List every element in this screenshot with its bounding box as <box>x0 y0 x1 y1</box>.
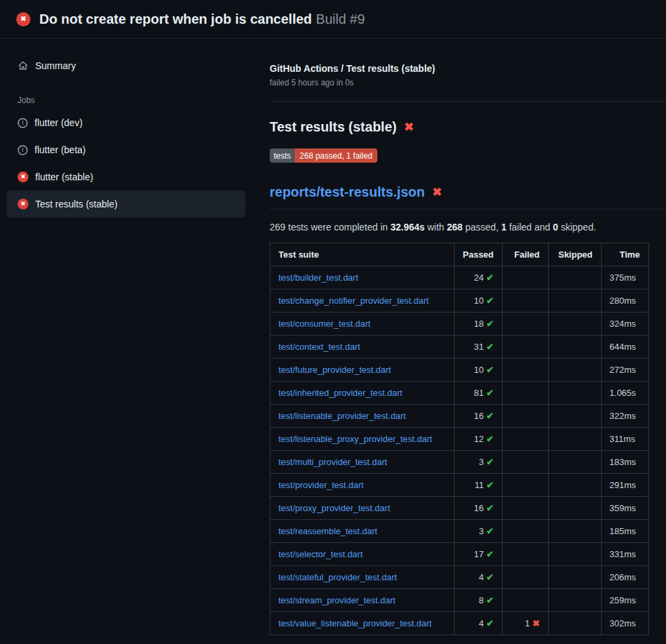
job-label: flutter (dev) <box>35 117 83 128</box>
sidebar-item-flutter-beta[interactable]: ! flutter (beta) <box>7 136 245 163</box>
failed-cell <box>502 497 548 520</box>
tests-badge: tests 268 passed, 1 failed <box>270 148 377 163</box>
suite-cell: test/future_provider_test.dart <box>270 359 455 382</box>
check-icon: ✔ <box>486 434 494 444</box>
time-cell: 302ms <box>601 612 648 635</box>
check-icon: ✔ <box>486 595 494 605</box>
failed-x-icon: ✖ <box>432 186 442 198</box>
sidebar-item-summary[interactable]: Summary <box>7 52 245 79</box>
suite-cell: test/listenable_proxy_provider_test.dart <box>270 428 455 451</box>
report-file-link[interactable]: reports/test-results.json <box>270 184 425 200</box>
test-suite-link[interactable]: test/stateful_provider_test.dart <box>278 572 397 582</box>
sidebar-item-test-results-stable[interactable]: ✖ Test results (stable) <box>7 190 245 218</box>
job-label: Test results (stable) <box>35 199 117 209</box>
run-status-line: failed 5 hours ago in 0s <box>270 78 666 87</box>
test-suite-link[interactable]: test/multi_provider_test.dart <box>278 457 387 467</box>
test-suite-link[interactable]: test/value_listenable_provider_test.dart <box>278 618 432 628</box>
skipped-cell <box>548 382 601 405</box>
summary-text: passed, <box>463 222 501 233</box>
header-passed: Passed <box>455 243 503 266</box>
check-icon: ✔ <box>486 503 494 513</box>
test-suite-link[interactable]: test/change_notifier_provider_test.dart <box>278 296 429 306</box>
check-icon: ✔ <box>486 319 494 329</box>
failed-cell <box>502 266 548 289</box>
home-icon <box>18 60 28 71</box>
passed-cell: 81 ✔ <box>455 382 503 405</box>
test-suite-link[interactable]: test/future_provider_test.dart <box>278 365 391 375</box>
skipped-cell <box>548 289 601 313</box>
table-row: test/future_provider_test.dart 10 ✔ 272m… <box>270 359 649 382</box>
build-header: ✖ Do not create report when job is cance… <box>0 0 666 39</box>
check-icon: ✔ <box>486 411 494 421</box>
table-row: test/stream_provider_test.dart 8 ✔ 259ms <box>270 589 649 612</box>
sidebar-item-flutter-stable[interactable]: ✖ flutter (stable) <box>7 163 245 190</box>
failed-status-icon: ✖ <box>18 199 28 209</box>
passed-cell: 10 ✔ <box>455 289 503 313</box>
test-suite-link[interactable]: test/reassemble_test.dart <box>278 526 377 536</box>
report-heading: reports/test-results.json ✖ <box>270 184 666 209</box>
test-suite-link[interactable]: test/builder_test.dart <box>278 273 358 283</box>
suite-cell: test/inherited_provider_test.dart <box>270 382 455 405</box>
table-row: test/provider_test.dart 11 ✔ 291ms <box>270 474 649 497</box>
suite-cell: test/context_test.dart <box>270 336 455 359</box>
test-suite-link[interactable]: test/context_test.dart <box>278 342 360 352</box>
time-cell: 259ms <box>601 589 648 612</box>
table-row: test/listenable_proxy_provider_test.dart… <box>270 428 649 451</box>
summary-text: skipped. <box>558 222 596 233</box>
suite-cell: test/stateful_provider_test.dart <box>270 566 455 589</box>
header-time: Time <box>601 243 648 266</box>
cross-icon: ✖ <box>533 618 540 628</box>
passed-cell: 3 ✔ <box>455 520 503 543</box>
time-cell: 185ms <box>601 520 648 543</box>
sidebar-item-flutter-dev[interactable]: ! flutter (dev) <box>7 109 245 136</box>
time-cell: 291ms <box>601 474 648 497</box>
skipped-cell <box>548 474 601 497</box>
header-failed: Failed <box>502 243 548 266</box>
section-heading: Test results (stable) ✖ <box>270 119 666 135</box>
skipped-cell <box>548 428 601 451</box>
check-icon: ✔ <box>486 526 494 536</box>
failed-cell <box>502 382 548 405</box>
check-icon: ✔ <box>486 388 494 398</box>
passed-cell: 16 ✔ <box>455 497 503 520</box>
time-cell: 324ms <box>601 313 648 336</box>
failed-cell <box>502 289 548 313</box>
check-icon: ✔ <box>486 296 494 306</box>
failed-cell <box>502 313 548 336</box>
header-test-suite: Test suite <box>270 243 455 266</box>
failed-cell <box>502 428 548 451</box>
test-suite-link[interactable]: test/selector_test.dart <box>278 549 362 559</box>
summary-bold-value: 1 <box>501 222 507 233</box>
test-suite-link[interactable]: test/stream_provider_test.dart <box>278 595 396 605</box>
check-icon: ✔ <box>486 342 494 352</box>
passed-cell: 17 ✔ <box>455 543 503 566</box>
suite-cell: test/reassemble_test.dart <box>270 520 455 543</box>
suite-cell: test/stream_provider_test.dart <box>270 589 455 612</box>
passed-cell: 8 ✔ <box>455 589 503 612</box>
failed-cell <box>502 359 548 382</box>
job-label: flutter (beta) <box>35 144 85 155</box>
test-suite-link[interactable]: test/provider_test.dart <box>278 480 364 490</box>
sidebar-summary-label: Summary <box>35 60 76 71</box>
failed-cell <box>502 589 548 612</box>
time-cell: 1.065s <box>601 382 648 405</box>
suite-cell: test/listenable_provider_test.dart <box>270 405 455 428</box>
time-cell: 280ms <box>601 289 648 313</box>
time-cell: 331ms <box>601 543 648 566</box>
test-suite-link[interactable]: test/proxy_provider_test.dart <box>278 503 390 513</box>
skipped-cell <box>548 451 601 474</box>
test-suite-link[interactable]: test/listenable_provider_test.dart <box>278 411 406 421</box>
neutral-status-icon: ! <box>18 145 28 155</box>
build-title-text: Do not create report when job is cancell… <box>39 12 312 26</box>
test-suite-link[interactable]: test/consumer_test.dart <box>278 319 371 329</box>
failed-cell <box>502 566 548 589</box>
test-suite-link[interactable]: test/inherited_provider_test.dart <box>278 388 402 398</box>
test-suite-link[interactable]: test/listenable_proxy_provider_test.dart <box>278 434 432 444</box>
time-cell: 322ms <box>601 405 648 428</box>
suite-cell: test/change_notifier_provider_test.dart <box>270 289 455 313</box>
skipped-cell <box>548 566 601 589</box>
main-content: GitHub Actions / Test results (stable) f… <box>252 39 666 635</box>
job-label: flutter (stable) <box>35 172 93 182</box>
summary-bold-value: 0 <box>553 222 558 233</box>
suite-cell: test/consumer_test.dart <box>270 313 455 336</box>
